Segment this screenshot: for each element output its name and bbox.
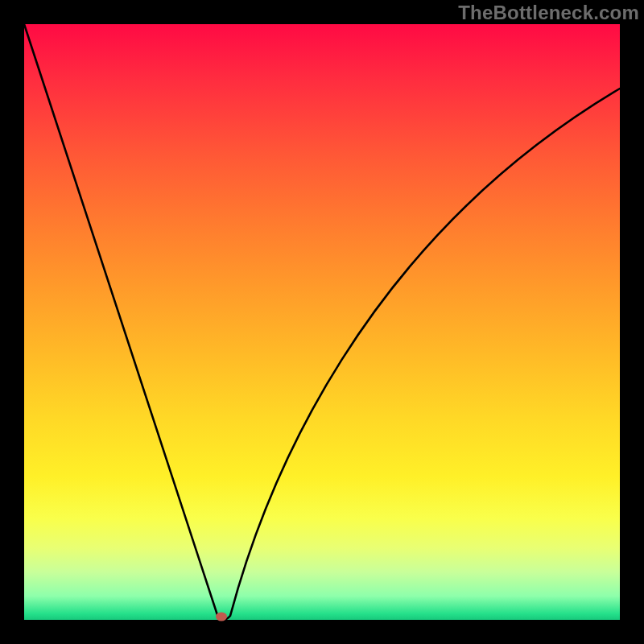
chart-frame: TheBottleneck.com xyxy=(0,0,644,644)
plot-area xyxy=(24,24,620,620)
bottleneck-curve xyxy=(24,24,620,620)
watermark-label: TheBottleneck.com xyxy=(458,2,639,24)
curve-path xyxy=(24,24,620,620)
minimum-marker xyxy=(216,613,227,621)
